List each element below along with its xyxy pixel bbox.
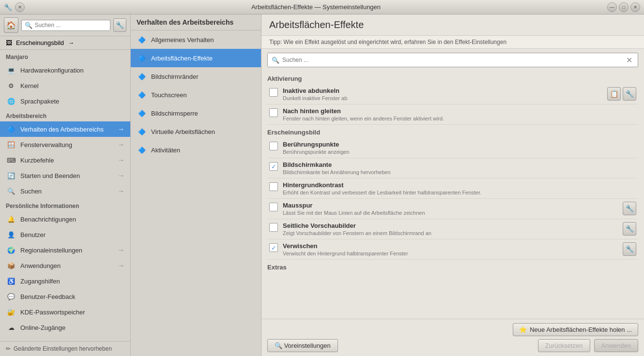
checkbox-inaktive-abdunkeln[interactable] xyxy=(269,88,278,97)
star-icon: ⭐ xyxy=(519,326,527,333)
titlebar-close-btn2[interactable]: ✕ xyxy=(630,2,640,12)
effect-name-mausspur: Mausspur xyxy=(283,202,618,209)
benach-icon: 🔔 xyxy=(6,214,16,224)
effect-name-bildschirmkante: Bildschirmkante xyxy=(283,161,636,168)
sidebar-item-feedback[interactable]: 💬 Benutzer-Feedback xyxy=(0,289,130,304)
sidebar-item-benachrichtigungen[interactable]: 🔔 Benachrichtigungen xyxy=(0,211,130,227)
home-button[interactable]: 🏠 xyxy=(4,17,18,33)
hw-label: Hardwarekonfiguration xyxy=(20,67,124,74)
aktivitaeten-icon: 🔷 xyxy=(137,145,147,155)
zugang-label: Zugangshilfen xyxy=(20,278,124,285)
sidebar-item-anwendungen[interactable]: 📦 Anwendungen → xyxy=(0,258,130,273)
verhalten-arrow: → xyxy=(118,125,124,133)
sidebar-item-online-zugaenge[interactable]: ☁ Online-Zugänge xyxy=(0,320,130,335)
effect-info-beruehrungspunkte: Berührungspunkte Berührungspunkte anzeig… xyxy=(283,141,636,155)
main-container: 🏠 🔍 🔧 🖼 Erscheinungsbild → Manjaro 💻 Har… xyxy=(0,15,644,356)
effect-config-btn-inaktive[interactable]: 🔧 xyxy=(623,87,636,101)
sidebar-item-sprachpakete[interactable]: 🌐 Sprachpakete xyxy=(0,93,130,109)
fenster-arrow: → xyxy=(118,141,124,148)
effect-mausspur: Mausspur Lässt Sie mit der Maus Linien a… xyxy=(267,199,638,219)
defaults-button[interactable]: 🔍 Voreinstellungen xyxy=(267,339,338,352)
suchen-icon: 🔍 xyxy=(6,186,16,196)
titlebar-close-btn[interactable]: ✕ xyxy=(15,2,25,12)
sidebar-item-starten[interactable]: 🔄 Starten und Beenden → xyxy=(0,168,130,183)
checkbox-hintergrundkontrast[interactable] xyxy=(269,182,278,191)
sidebar-item-benutzer[interactable]: 👤 Benutzer xyxy=(0,227,130,242)
effect-info-btn-inaktive[interactable]: 📋 xyxy=(607,87,621,101)
sidebar-item-verhalten[interactable]: 🔷 Verhalten des Arbeitsbereichs → xyxy=(0,121,130,137)
sidebar-item-zugangshilfen[interactable]: ♿ Zugangshilfen xyxy=(0,273,130,289)
checkbox-seitliche-vorschaubilder[interactable] xyxy=(269,223,278,232)
middle-item-allgemeines[interactable]: 🔷 Allgemeines Verhalten xyxy=(131,30,261,49)
sidebar-item-fensterverwaltung[interactable]: 🪟 Fensterverwaltung → xyxy=(0,137,130,152)
sidebar-item-kurzbefehle[interactable]: ⌨ Kurzbefehle → xyxy=(0,152,130,168)
titlebar-left: 🔧 ✕ xyxy=(4,2,25,12)
effect-name-seitliche: Seitliche Vorschaubilder xyxy=(283,222,618,229)
sidebar-item-erscheinungsbild[interactable]: 🖼 Erscheinungsbild → xyxy=(0,36,130,50)
sidebar-item-passwortspeicher[interactable]: 🔐 KDE-Passwortspeicher xyxy=(0,304,130,320)
starten-arrow: → xyxy=(118,172,124,179)
sidebar-item-hardwarekonfiguration[interactable]: 💻 Hardwarekonfiguration xyxy=(0,62,130,78)
verhalten-icon: 🔷 xyxy=(6,124,16,134)
effect-config-btn-seitliche[interactable]: 🔧 xyxy=(623,222,636,236)
sidebar-search-input[interactable] xyxy=(34,22,107,29)
effect-desc-mausspur: Lässt Sie mit der Maus Linien auf die Ar… xyxy=(283,210,618,216)
allgemeines-label: Allgemeines Verhalten xyxy=(151,36,214,44)
virtuelle-icon: 🔷 xyxy=(137,126,147,137)
middle-item-bildschirmsperre[interactable]: 🔷 Bildschirmsperre xyxy=(131,104,261,122)
effect-config-btn-verwischen[interactable]: 🔧 xyxy=(623,242,636,256)
checkbox-mausspur[interactable] xyxy=(269,203,278,211)
sidebar-search-box: 🔍 xyxy=(21,20,110,31)
right-search-icon: 🔍 xyxy=(272,57,279,64)
allgemeines-icon: 🔷 xyxy=(137,34,147,45)
sidebar-item-regionaleinstellungen[interactable]: 🌍 Regionaleinstellungen → xyxy=(0,242,130,258)
sidebar-item-suchen[interactable]: 🔍 Suchen → xyxy=(0,183,130,199)
middle-item-aktivitaeten[interactable]: 🔷 Aktivitäten xyxy=(131,141,261,159)
effect-info-verwischen: Verwischen Verwischt den Hintergrund hal… xyxy=(283,242,618,256)
effect-verwischen: Verwischen Verwischt den Hintergrund hal… xyxy=(267,239,638,260)
defaults-icon: 🔍 xyxy=(275,342,282,349)
checkbox-beruehrungspunkte[interactable] xyxy=(269,142,278,150)
middle-item-effekte[interactable]: 🔷 Arbeitsflächen-Effekte xyxy=(131,49,261,67)
suchen-arrow: → xyxy=(118,187,124,195)
erscheinungsbild-icon: 🖼 xyxy=(6,39,12,46)
right-search-input[interactable] xyxy=(282,57,621,63)
titlebar-minimize-btn[interactable]: — xyxy=(607,2,617,12)
touchscreen-icon: 🔷 xyxy=(137,89,147,100)
titlebar: 🔧 ✕ Arbeitsflächen-Effekte — Systemeinst… xyxy=(0,0,644,15)
effekte-label: Arbeitsflächen-Effekte xyxy=(151,55,213,62)
middle-item-bildschirmraender[interactable]: 🔷 Bildschirmränder xyxy=(131,67,261,86)
effect-beruehrungspunkte: Berührungspunkte Berührungspunkte anzeig… xyxy=(267,138,638,158)
effect-desc-beruehrungspunkte: Berührungspunkte anzeigen xyxy=(283,149,636,155)
checkbox-nach-hinten[interactable] xyxy=(269,108,278,117)
middle-item-virtuelle[interactable]: 🔷 Virtuelle Arbeitsflächen xyxy=(131,122,261,141)
online-label: Online-Zugänge xyxy=(20,324,124,331)
fenster-label: Fensterverwaltung xyxy=(20,141,114,148)
effect-desc-hintergrundkontrast: Erhöht den Kontrast und verbessert die L… xyxy=(283,190,636,195)
effect-desc-inaktive: Dunkelt inaktive Fenster ab xyxy=(283,95,602,101)
search-icon: 🔍 xyxy=(25,22,32,29)
checkbox-verwischen[interactable] xyxy=(269,243,278,252)
sidebar-item-kernel[interactable]: ⚙ Kernel xyxy=(0,78,130,93)
clear-search-button[interactable]: ✕ xyxy=(624,55,634,65)
effect-actions-verwischen: 🔧 xyxy=(623,242,636,256)
effect-info-nach-hinten: Nach hinten gleiten Fenster nach hinten … xyxy=(283,107,636,121)
effect-config-btn-mausspur[interactable]: 🔧 xyxy=(623,202,636,215)
effekte-icon: 🔷 xyxy=(137,53,147,63)
kurz-arrow: → xyxy=(118,156,124,164)
get-effects-button[interactable]: ⭐ Neue Arbeitsflächen-Effekte holen ... xyxy=(513,323,638,336)
bildschirmraender-label: Bildschirmränder xyxy=(151,73,199,80)
config-button[interactable]: 🔧 xyxy=(113,18,126,32)
effect-name-inaktive: Inaktive abdunkeln xyxy=(283,87,602,94)
anw-label: Anwendungen xyxy=(20,262,114,269)
middle-item-touchscreen[interactable]: 🔷 Touchscreen xyxy=(131,86,261,104)
changed-settings: ✏ Geänderte Einstellungen hervorheben xyxy=(6,345,112,352)
reset-button[interactable]: Zurücksetzen xyxy=(538,339,590,352)
titlebar-maximize-btn[interactable]: □ xyxy=(619,2,629,12)
checkbox-bildschirmkante[interactable] xyxy=(269,162,278,171)
middle-panel: Verhalten des Arbeitsbereichs 🔷 Allgemei… xyxy=(131,15,261,356)
apply-button[interactable]: Anwenden xyxy=(594,339,638,352)
online-icon: ☁ xyxy=(6,322,16,333)
effect-info-inaktive: Inaktive abdunkeln Dunkelt inaktive Fens… xyxy=(283,87,602,101)
suchen-label: Suchen xyxy=(20,188,114,195)
